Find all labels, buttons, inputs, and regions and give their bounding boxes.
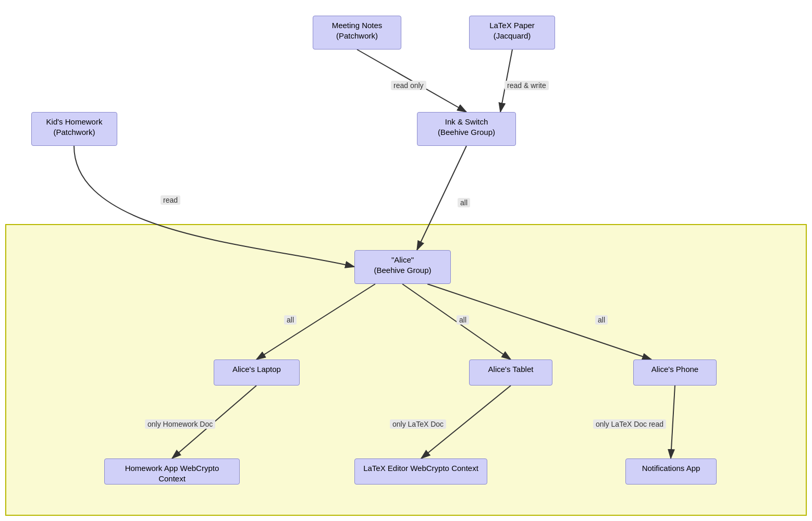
latex-editor-node: LaTeX Editor WebCrypto Context <box>354 458 487 485</box>
only-latex-tablet-label: only LaTeX Doc <box>390 419 446 429</box>
only-homework-label: only Homework Doc <box>145 419 215 429</box>
all-tablet-label: all <box>457 315 469 325</box>
read-write-label: read & write <box>505 81 549 90</box>
latex-paper-node: LaTeX Paper (Jacquard) <box>469 16 555 49</box>
only-latex-phone-label: only LaTeX Doc read <box>593 419 666 429</box>
all-phone-label: all <box>595 315 608 325</box>
read-kids-label: read <box>161 195 180 205</box>
kids-homework-node: Kid's Homework (Patchwork) <box>31 112 117 146</box>
all-alice-label: all <box>458 198 470 207</box>
alices-phone-node: Alice's Phone <box>633 359 717 386</box>
read-only-label: read only <box>391 81 426 90</box>
alice-node: "Alice" (Beehive Group) <box>354 250 451 284</box>
diagram-container: Meeting Notes (Patchwork) LaTeX Paper (J… <box>0 0 812 521</box>
meeting-notes-node: Meeting Notes (Patchwork) <box>313 16 401 49</box>
homework-app-node: Homework App WebCrypto Context <box>104 458 240 485</box>
alices-laptop-node: Alice's Laptop <box>214 359 300 386</box>
ink-switch-node: Ink & Switch (Beehive Group) <box>417 112 516 146</box>
notifications-app-node: Notifications App <box>625 458 717 485</box>
alices-tablet-node: Alice's Tablet <box>469 359 552 386</box>
all-laptop-label: all <box>284 315 297 325</box>
